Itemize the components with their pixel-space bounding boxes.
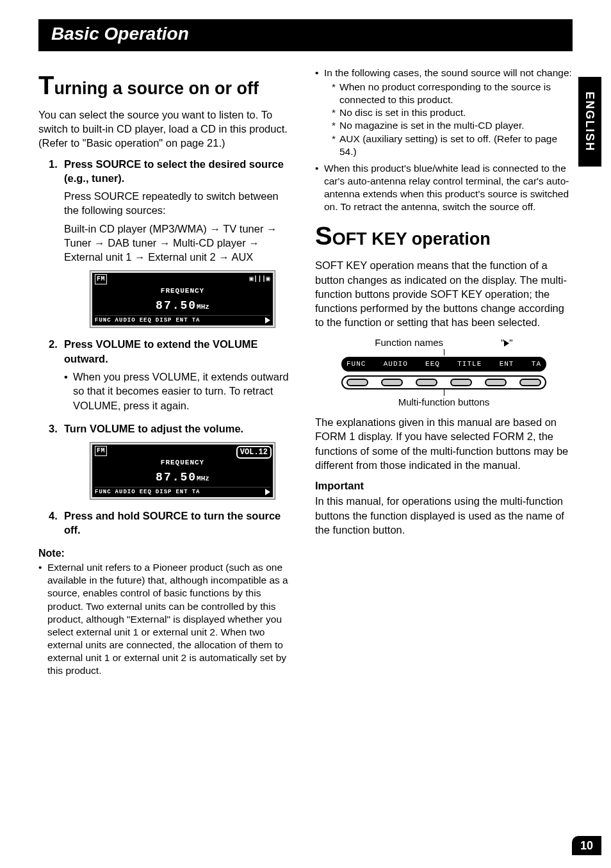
- right-heading: SOFT KEY operation: [315, 222, 573, 249]
- source-chain: Built-in CD player (MP3/WMA) → TV tuner …: [64, 222, 296, 265]
- device-display-2: VOL.12 FM FREQUENCY 87.50MHz FUNC AUDIO: [90, 442, 275, 500]
- fm-indicator: FM: [95, 274, 107, 284]
- label-multifunction-buttons: Multi-function buttons: [341, 396, 546, 409]
- note-list-right: In the following cases, the sound source…: [315, 67, 573, 214]
- fm-indicator: FM: [95, 446, 107, 456]
- physical-button-row: [341, 375, 546, 389]
- next-icon: [265, 317, 270, 323]
- freq-label: FREQUENCY: [95, 286, 270, 296]
- star-list: When no product corresponding to the sou…: [332, 81, 573, 158]
- important-body: In this manual, for operations using the…: [315, 494, 573, 537]
- multifunction-button[interactable]: [416, 379, 437, 386]
- right-column: In the following cases, the sound source…: [315, 65, 573, 682]
- label-function-names: Function names: [375, 336, 443, 349]
- page-number: 10: [572, 836, 601, 855]
- softkey-para-1: SOFT KEY operation means that the functi…: [315, 258, 573, 329]
- note-heading: Note:: [38, 546, 296, 561]
- language-tab-label: ENGLISH: [582, 92, 598, 152]
- note-antenna: When this product's blue/white lead is c…: [315, 162, 573, 214]
- next-icon: [265, 489, 270, 495]
- step-4-title: Press and hold SOURCE to turn the source…: [64, 509, 296, 537]
- frequency-readout: 87.50MHz: [95, 298, 270, 313]
- play-icon: [504, 340, 509, 347]
- step-2: 2. Press VOLUME to extend the VOLUME out…: [38, 337, 296, 412]
- multifunction-button[interactable]: [519, 379, 541, 386]
- content-columns: Turning a source on or off You can selec…: [38, 65, 573, 682]
- softkey-display-bar: FUNC AUDIO EEQ TITLE ENT TA: [341, 357, 546, 372]
- note-list-left: External unit refers to a Pioneer produc…: [38, 561, 296, 677]
- step-1: 1. Press SOURCE to select the desired so…: [38, 157, 296, 329]
- freq-label: FREQUENCY: [95, 458, 270, 468]
- important-heading: Important: [315, 479, 573, 493]
- step-2-title: Press VOLUME to extend the VOLUME outwar…: [64, 337, 296, 366]
- steps-list: 1. Press SOURCE to select the desired so…: [38, 157, 296, 537]
- step-3-title: Turn VOLUME to adjust the volume.: [64, 422, 296, 436]
- step-1-body: Press SOURCE repeatedly to switch betwee…: [64, 189, 296, 264]
- softkey-illustration: Function names "" FUNC AUDIO EEQ TITLE E…: [341, 336, 546, 409]
- multifunction-button[interactable]: [485, 379, 507, 386]
- language-tab: ENGLISH: [578, 77, 601, 167]
- left-column: Turning a source on or off You can selec…: [38, 65, 296, 682]
- device-display-1: FM ▣|||▣ FREQUENCY 87.50MHz FUNC AUDIO E…: [90, 270, 275, 328]
- volume-badge: VOL.12: [236, 446, 272, 459]
- multifunction-button[interactable]: [450, 379, 472, 386]
- step-3: 3. Turn VOLUME to adjust the volume. VOL…: [38, 422, 296, 500]
- multifunction-button[interactable]: [381, 379, 403, 386]
- frequency-readout: 87.50MHz: [95, 470, 270, 485]
- softkey-row: FUNC AUDIO EEQ DISP ENT TA: [95, 487, 270, 496]
- section-banner: Basic Operation: [38, 19, 573, 51]
- note-external-unit: External unit refers to a Pioneer produc…: [38, 561, 296, 677]
- step-4: 4. Press and hold SOURCE to turn the sou…: [38, 509, 296, 537]
- step-2-sub: When you press VOLUME, it extends outwar…: [64, 370, 296, 413]
- softkey-para-2: The explanations given in this manual ar…: [315, 415, 573, 472]
- multifunction-button[interactable]: [346, 379, 368, 386]
- left-heading: Turning a source on or off: [38, 72, 296, 99]
- manual-page: Basic Operation ENGLISH Turning a source…: [0, 0, 611, 868]
- step-1-title: Press SOURCE to select the desired sourc…: [64, 157, 296, 186]
- label-next-symbol: "": [501, 336, 513, 349]
- note-sound-source: In the following cases, the sound source…: [315, 67, 573, 158]
- left-intro: You can select the source you want to li…: [38, 108, 296, 151]
- softkey-row: FUNC AUDIO EEQ DISP ENT TA: [95, 315, 270, 324]
